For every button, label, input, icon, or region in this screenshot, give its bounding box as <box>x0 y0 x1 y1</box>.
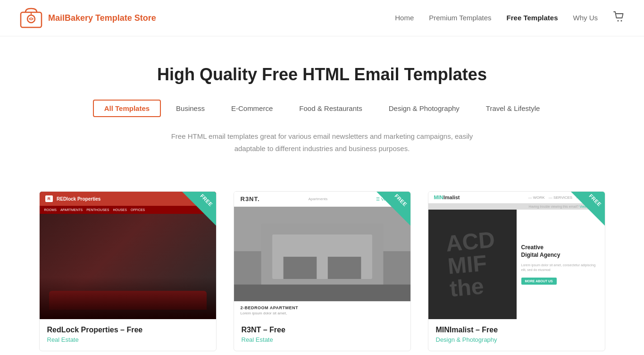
cards-grid: FREE R REDlock Properties ROOMS APARTMEN… <box>11 169 634 355</box>
cart-icon <box>613 11 625 23</box>
card-category-minimalist: Design & Photography <box>436 336 597 343</box>
nav-item-free[interactable]: Free Templates <box>507 14 558 22</box>
tab-all-templates[interactable]: All Templates <box>93 100 161 117</box>
hero-title: High Quality Free HTML Email Templates <box>9 65 635 85</box>
nav-item-premium[interactable]: Premium Templates <box>429 14 491 22</box>
tab-travel-lifestyle[interactable]: Travel & Lifestyle <box>475 100 552 117</box>
card-info-r3nt: R3NT – Free Real Estate <box>234 319 410 351</box>
free-badge-r3nt: FREE <box>376 192 410 226</box>
logo-brand: MailBakery <box>48 13 93 23</box>
card-title-minimalist: MINImalist – Free <box>436 326 597 334</box>
tab-food-restaurants[interactable]: Food & Restaurants <box>288 100 373 117</box>
r3nt-footer: 2-BEDROOM APARTMENT Lorem ipsum dolor si… <box>234 301 410 319</box>
card-category-redlock: Real Estate <box>47 336 209 343</box>
svg-point-3 <box>618 20 619 22</box>
hero-section: High Quality Free HTML Email Templates A… <box>0 36 644 169</box>
filter-tabs: All Templates Business E-Commerce Food &… <box>9 100 635 117</box>
logo[interactable]: MailBakery Template Store <box>19 6 156 30</box>
card-minimalist[interactable]: FREE MINImalist — WORK — SERVICES — CONT… <box>428 191 605 351</box>
card-category-r3nt: Real Estate <box>242 336 403 343</box>
svg-rect-11 <box>234 285 410 301</box>
tab-business[interactable]: Business <box>165 100 216 117</box>
card-title-r3nt: R3NT – Free <box>242 326 403 334</box>
card-title-redlock: RedLock Properties – Free <box>47 326 209 334</box>
svg-point-1 <box>27 15 35 23</box>
tab-ecommerce[interactable]: E-Commerce <box>220 100 284 117</box>
card-thumbnail-minimalist: FREE MINImalist — WORK — SERVICES — CONT… <box>428 192 605 319</box>
card-thumbnail-redlock: FREE R REDlock Properties ROOMS APARTMEN… <box>40 192 216 319</box>
card-info-redlock: RedLock Properties – Free Real Estate <box>40 319 216 351</box>
hero-subtitle: Free HTML email templates great for vari… <box>157 130 487 154</box>
navbar: MailBakery Template Store Home Premium T… <box>0 0 644 36</box>
redlock-image <box>40 214 216 319</box>
tab-design-photography[interactable]: Design & Photography <box>377 100 471 117</box>
free-badge-minimalist: FREE <box>571 192 605 226</box>
svg-rect-9 <box>283 257 317 279</box>
nav-item-home[interactable]: Home <box>395 14 414 22</box>
card-redlock[interactable]: FREE R REDlock Properties ROOMS APARTMEN… <box>39 191 217 351</box>
sofa-element <box>49 291 207 310</box>
free-badge: FREE <box>182 192 216 226</box>
cart-button[interactable] <box>613 11 625 25</box>
svg-point-4 <box>621 20 622 22</box>
nav-links: Home Premium Templates Free Templates Wh… <box>395 11 625 25</box>
minimalist-body: ACDMIFthe CreativeDigital Agency Lorem i… <box>428 210 605 319</box>
card-thumbnail-r3nt: FREE R3NT. Apartments ☰ View Online <box>234 192 410 319</box>
svg-rect-10 <box>327 257 361 279</box>
logo-icon <box>19 6 43 30</box>
card-info-minimalist: MINImalist – Free Design & Photography <box>428 319 605 351</box>
nav-item-whyus[interactable]: Why Us <box>573 14 598 22</box>
card-r3nt[interactable]: FREE R3NT. Apartments ☰ View Online <box>234 191 411 351</box>
logo-highlight: Template Store <box>93 13 156 23</box>
